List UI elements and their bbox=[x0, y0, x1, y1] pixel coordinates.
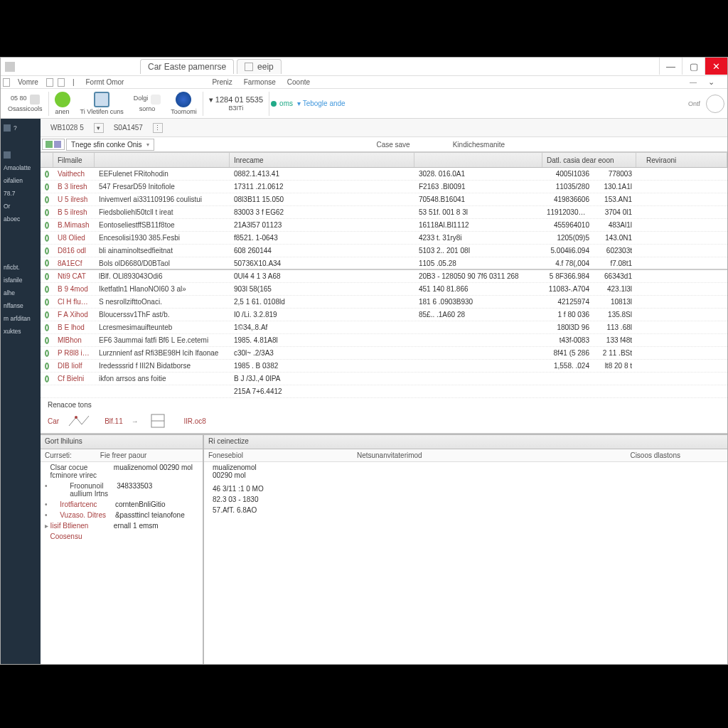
cell-code: B.Mimash bbox=[53, 221, 95, 229]
cell-code: U 5 ilresh bbox=[53, 196, 95, 203]
property-row[interactable]: Coosensu bbox=[41, 531, 203, 542]
system-menu-icon[interactable] bbox=[5, 62, 15, 72]
table-row[interactable]: F A XihodBloucerssv1ThF ast/b.I0 /Li. 3.… bbox=[41, 309, 727, 321]
sidebar-item[interactable]: ? bbox=[1, 122, 41, 134]
cell-n2: 20B3 - 128050 90 7f6 0311 268 bbox=[414, 272, 542, 280]
filter-field-1[interactable]: WB1028 5 bbox=[46, 122, 88, 133]
table-row[interactable]: B 5 ilreshFiedsboliehl50tcll t ireat8300… bbox=[41, 206, 727, 219]
tab-secondary[interactable]: eeip bbox=[237, 59, 282, 74]
tb-dolgi[interactable]: Dolgi sorno bbox=[129, 95, 166, 112]
sidebar-item[interactable]: nffanse bbox=[1, 299, 41, 312]
tb-globe[interactable]: Toomomi bbox=[166, 92, 201, 115]
cell-n4: 66343d1 bbox=[594, 272, 636, 280]
tab-main[interactable]: Car Easte pamenrse bbox=[140, 59, 234, 74]
sidebar-item[interactable] bbox=[1, 149, 41, 161]
molecule-icon bbox=[147, 412, 176, 430]
file-icon[interactable] bbox=[3, 78, 10, 87]
cell-n1: 21A3l57 01123 bbox=[230, 221, 414, 229]
property-row[interactable]: •IrotfiartcenccorntenBnliGitio bbox=[41, 499, 203, 510]
table-row[interactable]: U8 OliedEncesolisi1930 385.Fesbif8521. 1… bbox=[41, 232, 727, 245]
cell-n3: 5 8F366.984 bbox=[542, 272, 594, 280]
col-code[interactable]: Filmaile bbox=[53, 153, 95, 167]
status-ring-icon bbox=[41, 363, 53, 370]
menu-item-4[interactable]: Coonte bbox=[287, 78, 310, 86]
filter-more-icon[interactable]: ⋮ bbox=[153, 123, 163, 133]
cell-n1: I0 /Li. 3.2.819 bbox=[230, 311, 414, 318]
table-row[interactable]: VaithechEEFulenet FRitohodin0882.1.413.4… bbox=[41, 168, 727, 181]
sidebar-item[interactable]: alhe bbox=[1, 287, 41, 299]
cell-code: B 3 liresh bbox=[53, 183, 95, 191]
page-icon[interactable] bbox=[46, 78, 53, 87]
table-row[interactable]: 215A 7+6.4412 bbox=[41, 385, 727, 398]
table-row[interactable]: DIB liolfIredesssrid f III2N Bidatborse1… bbox=[41, 360, 727, 373]
table-row[interactable]: D816 odlbli ainaminoltsedfieitnat608 260… bbox=[41, 245, 727, 257]
tb-verify[interactable]: Ti Vletifen cuns bbox=[76, 92, 128, 115]
table-row[interactable]: B.MimashEontoseliestffSB11f8toe21A3l57 0… bbox=[41, 219, 727, 232]
table-row[interactable]: B E lhodLcresmesimauifteunteb1©34,.8.Af1… bbox=[41, 321, 727, 334]
property-row[interactable]: Clsar cocue fcminore vrirecmualizenomol … bbox=[41, 462, 203, 481]
status-ring-icon bbox=[41, 171, 53, 178]
cell-desc: 547 FresarD59 Initofiole bbox=[95, 183, 230, 191]
cell-n4: 2 11 .BSt bbox=[594, 349, 636, 357]
user-avatar[interactable] bbox=[706, 95, 724, 113]
menu-item-1[interactable]: Formt Omor bbox=[86, 78, 124, 86]
table-row[interactable]: Cf Bielniikfon arrsos ans foitieB J /3J.… bbox=[41, 373, 727, 385]
cell-n1: f8521. 1-0643 bbox=[230, 234, 414, 242]
menu-item-0[interactable]: Vomre bbox=[18, 78, 38, 86]
col-last[interactable]: Reviraoni bbox=[642, 153, 727, 167]
cell-n1: 1985. 4.81A8l bbox=[230, 336, 414, 344]
cell-code: B 5 ilresh bbox=[53, 208, 95, 216]
sidebar-item[interactable]: xuktes bbox=[1, 325, 41, 338]
menubar: Vomre | Formt Omor Preniz Farmonse Coont… bbox=[1, 76, 727, 89]
cell-code: F A Xihod bbox=[53, 311, 95, 318]
tab-secondary-label: eeip bbox=[257, 62, 274, 72]
table-row[interactable]: MlBhonEF6 3aummai fatfi Bf6 L Ee.cetemi1… bbox=[41, 334, 727, 347]
sidebar-item[interactable]: aboec bbox=[1, 213, 41, 225]
table-row[interactable]: B 9 4modIketfatln1 HlanoNOI60 3 al»903l … bbox=[41, 283, 727, 296]
sidebar-item[interactable]: 78.7 bbox=[1, 187, 41, 200]
property-row[interactable]: ▸Iisif Btlienenernall 1 emsm bbox=[41, 520, 203, 531]
filter-icon[interactable]: ▾ bbox=[94, 123, 104, 133]
view-toggle[interactable] bbox=[42, 139, 65, 150]
sidebar-item[interactable]: Amaolatte bbox=[1, 161, 41, 174]
close-button[interactable]: ✕ bbox=[705, 58, 727, 75]
reaction-title: Renacoe tons bbox=[48, 401, 720, 409]
cell-n1: 2,5 1 61. 0108ld bbox=[230, 298, 414, 306]
property-row[interactable]: •Vuzaso. Ditres&passttincl teianofone bbox=[41, 510, 203, 520]
cell-n1: 0Ul4 4 1 3 A68 bbox=[230, 272, 414, 280]
sidebar-item[interactable]: m arfditan bbox=[1, 312, 41, 325]
table-row[interactable]: Cl H flueshS nesrollzifttoOnaci.2,5 1 61… bbox=[41, 296, 727, 309]
menu-item-2[interactable]: Preniz bbox=[212, 78, 232, 86]
table-row[interactable]: B 3 liresh547 FresarD59 Initofiole17311 … bbox=[41, 181, 727, 193]
table-row[interactable]: Nti9 CATlBlf. OLl893043Odi60Ul4 4 1 3 A6… bbox=[41, 270, 727, 283]
gh-label-1: Case save bbox=[355, 141, 431, 149]
maximize-button[interactable]: ▢ bbox=[682, 58, 705, 75]
filter-field-2[interactable]: S0A1457 bbox=[109, 122, 147, 133]
sidebar-item[interactable]: oifalien bbox=[1, 174, 41, 187]
filter-bar: WB1028 5 ▾ S0A1457 ⋮ bbox=[41, 119, 727, 137]
cell-n3: 11912030003 bbox=[542, 208, 594, 216]
col-date[interactable]: Datl. casia dear eoon bbox=[542, 153, 636, 167]
sidebar-item[interactable]: Or bbox=[1, 200, 41, 213]
property-row[interactable]: •Froonunoil aullium Irtns348333503 bbox=[41, 481, 203, 499]
cell-n3: 8f41 (5 286 bbox=[542, 349, 594, 357]
menu-item-3[interactable]: Farmonse bbox=[244, 78, 276, 86]
cell-n2: 3028. 016.0A1 bbox=[414, 170, 542, 178]
cell-n1: 08l3B11 15.050 bbox=[230, 196, 414, 203]
table-row[interactable]: U 5 ilreshInivemverl ai331109196 coulist… bbox=[41, 193, 727, 206]
page2-icon[interactable] bbox=[58, 78, 65, 87]
tb-anen[interactable]: anen bbox=[50, 92, 75, 115]
view-selector[interactable]: Tnege sfin conke Onis▾ bbox=[66, 139, 154, 151]
minimize-button[interactable]: — bbox=[659, 58, 682, 75]
cell-desc: Inivemverl ai331109196 coulistui bbox=[95, 196, 230, 203]
cell-code: DIB liolf bbox=[53, 362, 95, 370]
tb-tools[interactable]: 05 80 Osassicools bbox=[4, 95, 47, 112]
sidebar-item[interactable]: isfanile bbox=[1, 274, 41, 287]
table-row[interactable]: P R8l8 iekiLurznnienf asf Rfi3BE98H lcih… bbox=[41, 347, 727, 360]
cell-n1: 83003 3 f EG62 bbox=[230, 208, 414, 216]
gh-label-2: Kindichesmanite bbox=[432, 141, 526, 149]
cell-n2: 4233 t. 31ry8i bbox=[414, 234, 542, 242]
table-row[interactable]: 8A1ECfBols olD6680/D0BTaol50736X10.A3411… bbox=[41, 257, 727, 270]
col-desc[interactable]: Inrecame bbox=[230, 153, 414, 167]
sidebar-item[interactable]: nficbt. bbox=[1, 261, 41, 274]
